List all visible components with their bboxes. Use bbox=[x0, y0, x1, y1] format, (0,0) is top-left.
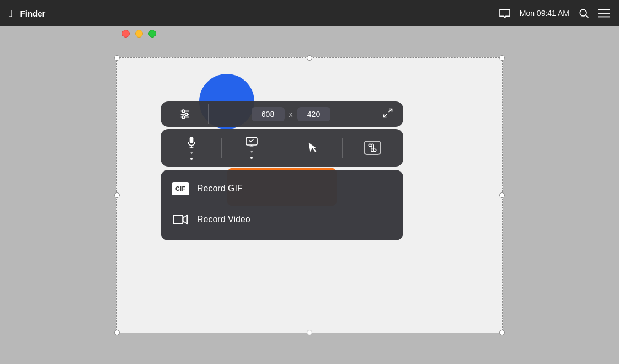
width-input[interactable] bbox=[252, 107, 285, 121]
content-area: x bbox=[0, 26, 619, 364]
microphone-icon bbox=[186, 136, 197, 149]
record-gif-label: Record GIF bbox=[197, 184, 243, 194]
handle-top-mid[interactable] bbox=[307, 55, 312, 61]
search-icon[interactable] bbox=[578, 8, 589, 19]
record-gif-item[interactable]: GIF Record GIF bbox=[161, 174, 403, 203]
tb2-divider-1 bbox=[221, 138, 222, 158]
command-button[interactable] bbox=[344, 136, 401, 159]
svg-line-12 bbox=[384, 114, 387, 117]
menubar-left:  Finder bbox=[9, 8, 45, 19]
screen-icon bbox=[245, 137, 258, 148]
settings-button[interactable] bbox=[163, 105, 207, 124]
toolbar-divider-1 bbox=[208, 104, 209, 124]
mic-active-indicator bbox=[190, 158, 193, 160]
capture-window: x bbox=[116, 57, 503, 333]
tb2-divider-3 bbox=[342, 138, 343, 158]
screen-active-indicator bbox=[250, 157, 253, 159]
toolbar-row2: ▾ ▾ bbox=[161, 129, 403, 167]
size-separator: x bbox=[289, 110, 293, 119]
cursor-button[interactable] bbox=[284, 137, 341, 158]
handle-bottom-mid[interactable] bbox=[307, 330, 312, 335]
menubar-time: Mon 09:41 AM bbox=[520, 9, 569, 18]
toolbar-divider-2 bbox=[373, 104, 373, 124]
minimize-button[interactable] bbox=[135, 30, 143, 38]
svg-rect-19 bbox=[173, 215, 183, 224]
toolbar-row1: x bbox=[161, 101, 403, 127]
mic-chevron: ▾ bbox=[190, 150, 193, 156]
traffic-lights bbox=[122, 30, 156, 38]
handle-bottom-left[interactable] bbox=[114, 330, 120, 335]
fullscreen-button[interactable] bbox=[148, 30, 156, 38]
handle-top-right[interactable] bbox=[499, 55, 505, 61]
svg-point-8 bbox=[182, 110, 185, 113]
size-inputs: x bbox=[210, 104, 372, 125]
app-name: Finder bbox=[20, 9, 46, 18]
apple-menu-icon[interactable]:  bbox=[9, 8, 13, 19]
microphone-button[interactable]: ▾ bbox=[163, 131, 220, 164]
menubar:  Finder Mon 09:41 AM bbox=[0, 0, 619, 26]
menubar-right: Mon 09:41 AM bbox=[499, 8, 610, 19]
tb2-divider-2 bbox=[282, 138, 282, 158]
cursor-icon bbox=[306, 142, 318, 154]
dropdown-menu: GIF Record GIF Record Video bbox=[161, 170, 403, 240]
svg-line-11 bbox=[389, 109, 392, 112]
record-video-icon bbox=[172, 211, 189, 228]
svg-point-10 bbox=[182, 116, 185, 119]
airplay-icon[interactable] bbox=[499, 8, 511, 18]
height-input[interactable] bbox=[297, 107, 330, 121]
screen-chevron: ▾ bbox=[250, 149, 253, 154]
svg-point-0 bbox=[580, 9, 586, 16]
svg-rect-13 bbox=[190, 137, 194, 143]
screen-button[interactable]: ▾ bbox=[223, 132, 280, 163]
menu-icon[interactable] bbox=[598, 8, 610, 18]
handle-mid-right[interactable] bbox=[499, 192, 505, 198]
handle-top-left[interactable] bbox=[114, 55, 120, 61]
svg-point-9 bbox=[185, 113, 188, 116]
command-icon bbox=[364, 141, 381, 155]
handle-bottom-right[interactable] bbox=[499, 330, 505, 335]
record-video-item[interactable]: Record Video bbox=[161, 203, 403, 236]
record-video-label: Record Video bbox=[197, 215, 250, 224]
handle-mid-left[interactable] bbox=[114, 192, 120, 198]
svg-line-1 bbox=[586, 15, 589, 18]
gif-badge: GIF bbox=[172, 182, 189, 195]
expand-button[interactable] bbox=[375, 104, 401, 125]
close-button[interactable] bbox=[122, 30, 130, 38]
toolbar-container: x bbox=[161, 101, 403, 240]
